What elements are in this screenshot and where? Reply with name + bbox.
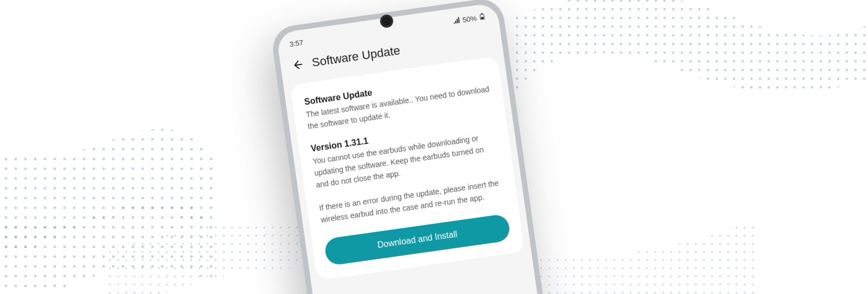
content-card: Software Update The latest software is a… xyxy=(290,56,525,280)
status-right: 50% xyxy=(452,12,487,25)
arrow-left-icon xyxy=(291,59,304,71)
phone-mockup: 3:57 50% Software U xyxy=(270,0,550,294)
signal-icon xyxy=(452,16,461,25)
battery-icon xyxy=(478,12,487,22)
status-time: 3:57 xyxy=(289,38,304,48)
decorative-wave xyxy=(0,108,217,294)
phone-screen: 3:57 50% Software U xyxy=(276,2,543,294)
phone-frame: 3:57 50% Software U xyxy=(270,0,550,294)
svg-rect-5 xyxy=(481,13,482,14)
back-button[interactable] xyxy=(291,58,304,72)
page-title: Software Update xyxy=(311,43,401,70)
battery-percent: 50% xyxy=(462,14,477,23)
svg-rect-6 xyxy=(481,17,484,20)
decorative-wave xyxy=(515,0,868,163)
